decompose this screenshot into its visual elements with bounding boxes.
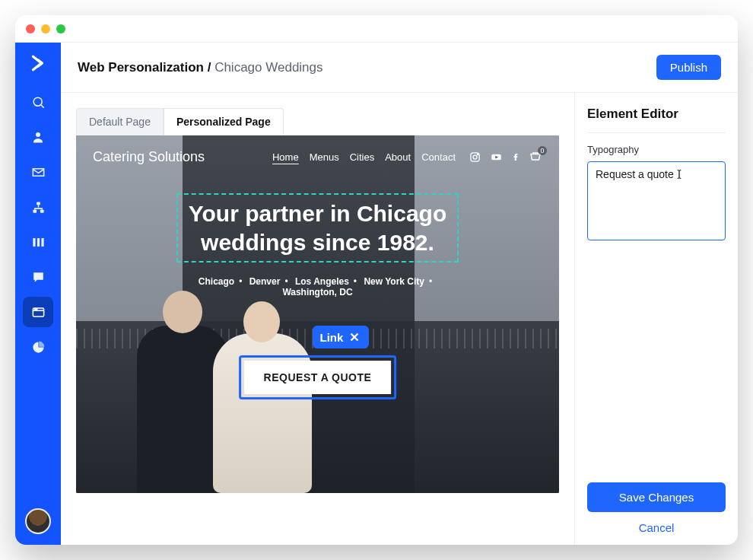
site-brand: Catering Solutions <box>93 149 205 165</box>
app-logo-icon <box>28 53 48 73</box>
hero-locations: Chicago• Denver• Los Angeles• New York C… <box>199 276 437 298</box>
typography-input[interactable] <box>587 161 726 240</box>
breadcrumb-page: Chicago Weddings <box>214 60 322 75</box>
svg-rect-8 <box>41 237 43 246</box>
flow-icon[interactable] <box>23 192 53 222</box>
nav-contact[interactable]: Contact <box>421 151 456 163</box>
facebook-icon[interactable] <box>512 151 519 163</box>
svg-point-12 <box>36 308 37 309</box>
minimize-window-dot[interactable] <box>41 24 50 33</box>
app-window: Web Personalization / Chicago Weddings P… <box>15 15 738 545</box>
svg-rect-6 <box>33 237 35 246</box>
cta-selection[interactable]: REQUEST A QUOTE <box>239 355 397 399</box>
breadcrumb: Web Personalization / Chicago Weddings <box>78 60 323 75</box>
nav-home[interactable]: Home <box>272 151 299 163</box>
breadcrumb-section: Web Personalization <box>78 60 204 75</box>
svg-rect-7 <box>37 237 39 246</box>
youtube-icon[interactable] <box>490 151 503 163</box>
svg-rect-3 <box>37 202 40 205</box>
cart-icon[interactable]: 0 <box>529 151 542 164</box>
maximize-window-dot[interactable] <box>56 24 65 33</box>
save-changes-button[interactable]: Save Changes <box>587 482 726 512</box>
close-icon[interactable] <box>348 330 361 344</box>
svg-rect-5 <box>40 209 43 212</box>
hero-image <box>122 310 319 493</box>
nav-menus[interactable]: Menus <box>310 151 339 163</box>
nav-about[interactable]: About <box>385 151 411 163</box>
typography-label: Typography <box>587 144 726 155</box>
user-avatar[interactable] <box>25 508 51 534</box>
window-icon[interactable] <box>23 297 53 327</box>
editor-title: Element Editor <box>587 107 726 133</box>
close-window-dot[interactable] <box>26 24 35 33</box>
svg-point-2 <box>36 132 40 137</box>
svg-point-11 <box>34 308 35 309</box>
publish-button[interactable]: Publish <box>656 55 721 80</box>
preview-canvas: Catering Solutions Home Menus Cities Abo… <box>76 135 559 493</box>
site-nav: Home Menus Cities About Contact <box>272 151 456 163</box>
element-editor-panel: Element Editor Typography Save Changes C… <box>575 93 738 545</box>
svg-point-15 <box>477 154 478 154</box>
request-quote-button[interactable]: REQUEST A QUOTE <box>244 361 392 394</box>
user-icon[interactable] <box>23 122 53 152</box>
link-tooltip[interactable]: Link <box>313 326 370 348</box>
chat-icon[interactable] <box>23 262 53 292</box>
instagram-icon[interactable] <box>469 151 481 163</box>
cart-count: 0 <box>538 146 547 155</box>
window-titlebar <box>15 15 738 43</box>
svg-rect-4 <box>33 209 37 212</box>
nav-cities[interactable]: Cities <box>350 151 375 163</box>
text-cursor-icon <box>674 167 685 181</box>
columns-icon[interactable] <box>23 227 53 257</box>
mail-icon[interactable] <box>23 157 53 187</box>
chart-icon[interactable] <box>23 332 53 362</box>
svg-line-1 <box>41 105 44 108</box>
tab-personalized-page[interactable]: Personalized Page <box>164 108 284 135</box>
topbar: Web Personalization / Chicago Weddings P… <box>61 43 738 93</box>
search-icon[interactable] <box>23 87 53 117</box>
hero-title-selected[interactable]: Your partner in Chicago weddings since 1… <box>176 193 459 262</box>
page-tabs: Default Page Personalized Page <box>76 108 559 135</box>
app-sidebar <box>15 43 61 545</box>
tab-default-page[interactable]: Default Page <box>76 108 164 135</box>
svg-point-0 <box>33 97 42 106</box>
cancel-button[interactable]: Cancel <box>587 521 726 534</box>
svg-point-14 <box>473 155 477 159</box>
